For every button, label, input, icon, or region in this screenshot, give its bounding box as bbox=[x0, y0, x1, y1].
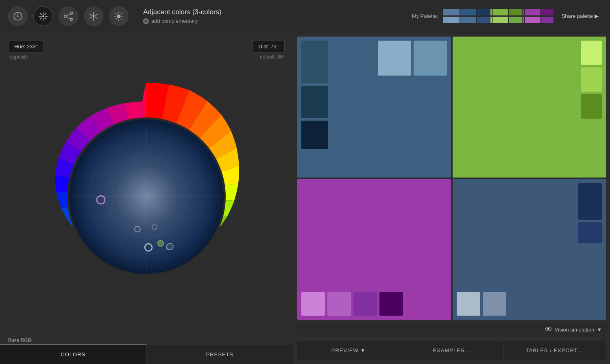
swatch-light-purple-1[interactable] bbox=[301, 292, 325, 316]
svg-line-9 bbox=[44, 17, 46, 19]
swatch-light-blue-1[interactable] bbox=[378, 41, 411, 76]
svg-line-15 bbox=[66, 13, 71, 15]
palette-swatch[interactable] bbox=[509, 9, 522, 15]
palette-label: My Palette: bbox=[412, 13, 438, 19]
base-rgb-label: Base RGB: bbox=[8, 338, 49, 343]
swatch-dark-green[interactable] bbox=[581, 94, 602, 119]
hue-box[interactable]: Hue: 233° bbox=[8, 41, 44, 52]
palette-swatch[interactable] bbox=[490, 17, 492, 23]
svg-line-11 bbox=[40, 17, 41, 19]
quadrant-blue[interactable] bbox=[297, 37, 451, 178]
palette-swatch[interactable] bbox=[493, 17, 508, 23]
palette-swatch[interactable] bbox=[443, 9, 460, 15]
palette-swatch[interactable] bbox=[493, 9, 508, 15]
vision-simulation-bar: 👁 Vision simulation ▼ bbox=[297, 323, 606, 336]
swatch-navy-1[interactable] bbox=[578, 183, 602, 220]
palette-section: My Palette: bbox=[412, 9, 602, 23]
swatch-darkest-purple[interactable] bbox=[379, 292, 403, 316]
svg-point-2 bbox=[17, 15, 18, 17]
svg-line-21 bbox=[94, 17, 98, 18]
svg-point-24 bbox=[117, 15, 120, 18]
swatch-dark-blue-2[interactable] bbox=[301, 86, 328, 118]
palette-swatch[interactable] bbox=[477, 17, 490, 23]
wheel-container[interactable] bbox=[8, 60, 285, 334]
swatch-light-green-1[interactable] bbox=[581, 41, 602, 65]
svg-point-12 bbox=[64, 15, 66, 17]
palette-swatch[interactable] bbox=[509, 17, 522, 23]
swatch-light-steel-2[interactable] bbox=[483, 292, 506, 316]
share-arrow-icon: ▶ bbox=[595, 13, 599, 19]
swatch-dark-blue-3[interactable] bbox=[301, 121, 328, 149]
left-panel: Hue: 233° opposite Dist: 75° default: 30… bbox=[0, 32, 293, 364]
opposite-label: opposite bbox=[10, 54, 44, 60]
wheel-wrapper bbox=[28, 79, 264, 314]
swatch-light-green-2[interactable] bbox=[581, 67, 602, 92]
svg-line-16 bbox=[66, 17, 71, 19]
preview-arrow-icon: ▼ bbox=[360, 347, 366, 353]
palette-swatch[interactable] bbox=[460, 9, 476, 15]
svg-point-38 bbox=[158, 240, 163, 246]
tab-presets[interactable]: PRESETS bbox=[147, 344, 293, 364]
asterisk-icon[interactable] bbox=[84, 6, 103, 26]
dist-box[interactable]: Dist: 75° bbox=[253, 41, 285, 52]
controls-row: Hue: 233° opposite Dist: 75° default: 30… bbox=[8, 41, 285, 60]
top-bar: Adjacent colors (3-colors) add complemen… bbox=[0, 0, 610, 32]
share-palette-button[interactable]: Share palette ▶ bbox=[558, 11, 602, 21]
dist-control: Dist: 75° default: 30° bbox=[253, 41, 285, 60]
palette-swatch[interactable] bbox=[477, 9, 490, 15]
svg-line-22 bbox=[94, 14, 98, 15]
palette-swatch[interactable] bbox=[443, 17, 460, 23]
tab-colors-label: COLORS bbox=[61, 351, 85, 358]
palette-swatch[interactable] bbox=[523, 17, 524, 23]
swatch-light-steel-1[interactable] bbox=[457, 292, 480, 316]
svg-line-8 bbox=[40, 13, 41, 15]
main-content: Hue: 233° opposite Dist: 75° default: 30… bbox=[0, 32, 610, 364]
swatch-dark-blue-1[interactable] bbox=[301, 41, 328, 83]
svg-line-10 bbox=[44, 13, 46, 15]
color-grid bbox=[297, 37, 606, 320]
svg-point-13 bbox=[70, 12, 72, 14]
left-bottom-tabs: COLORS PRESETS bbox=[0, 344, 293, 364]
swatch-navy-2[interactable] bbox=[578, 222, 602, 243]
scheme-subtitle: add complementary bbox=[143, 18, 405, 24]
right-bottom-tabs: PREVIEW ▼ EXAMPLES… TABLES / EXPORT… bbox=[297, 340, 606, 360]
palette-swatch[interactable] bbox=[541, 17, 553, 23]
share-label: Share palette bbox=[562, 13, 593, 19]
palette-swatch[interactable] bbox=[525, 17, 540, 23]
quadrant-purple[interactable] bbox=[297, 179, 451, 320]
quadrant-green[interactable] bbox=[453, 37, 606, 178]
nodes-icon[interactable] bbox=[59, 6, 78, 26]
color-wheel[interactable] bbox=[28, 79, 264, 314]
svg-point-3 bbox=[42, 15, 44, 17]
gear-icon[interactable] bbox=[109, 6, 129, 26]
tab-preview[interactable]: PREVIEW ▼ bbox=[297, 340, 400, 360]
svg-point-39 bbox=[167, 243, 173, 250]
vision-simulation-arrow-icon: ▼ bbox=[597, 327, 602, 333]
clock-icon[interactable] bbox=[8, 6, 28, 26]
tab-tables-export-label: TABLES / EXPORT… bbox=[526, 347, 584, 353]
tab-preview-label: PREVIEW bbox=[331, 347, 359, 353]
palette-swatch[interactable] bbox=[541, 9, 553, 15]
eye-icon: 👁 bbox=[545, 325, 552, 334]
palette-swatch[interactable] bbox=[525, 9, 540, 15]
quadrant-blue-2[interactable] bbox=[453, 179, 606, 320]
svg-point-14 bbox=[70, 18, 72, 20]
vision-simulation-button[interactable]: 👁 Vision simulation ▼ bbox=[545, 325, 602, 334]
tab-examples[interactable]: EXAMPLES… bbox=[400, 340, 503, 360]
swatch-dark-purple[interactable] bbox=[353, 292, 377, 316]
palette-swatch[interactable] bbox=[523, 9, 524, 15]
star-icon[interactable] bbox=[33, 6, 53, 26]
tab-tables-export[interactable]: TABLES / EXPORT… bbox=[503, 340, 606, 360]
swatch-purple-2[interactable] bbox=[327, 292, 351, 316]
palette-swatch[interactable] bbox=[460, 17, 476, 23]
swatch-light-blue-2[interactable] bbox=[414, 41, 447, 76]
right-panel: 👁 Vision simulation ▼ PREVIEW ▼ EXAMPLES… bbox=[293, 32, 610, 364]
tab-colors[interactable]: COLORS bbox=[0, 344, 146, 364]
scheme-title: Adjacent colors (3-colors) bbox=[143, 8, 405, 16]
palette-swatch[interactable] bbox=[490, 9, 492, 15]
scheme-info: Adjacent colors (3-colors) add complemen… bbox=[143, 8, 405, 24]
tab-examples-label: EXAMPLES… bbox=[433, 347, 470, 353]
hue-control: Hue: 233° opposite bbox=[8, 41, 44, 60]
complementary-toggle[interactable] bbox=[143, 18, 149, 24]
vision-simulation-label: Vision simulation bbox=[555, 327, 594, 333]
